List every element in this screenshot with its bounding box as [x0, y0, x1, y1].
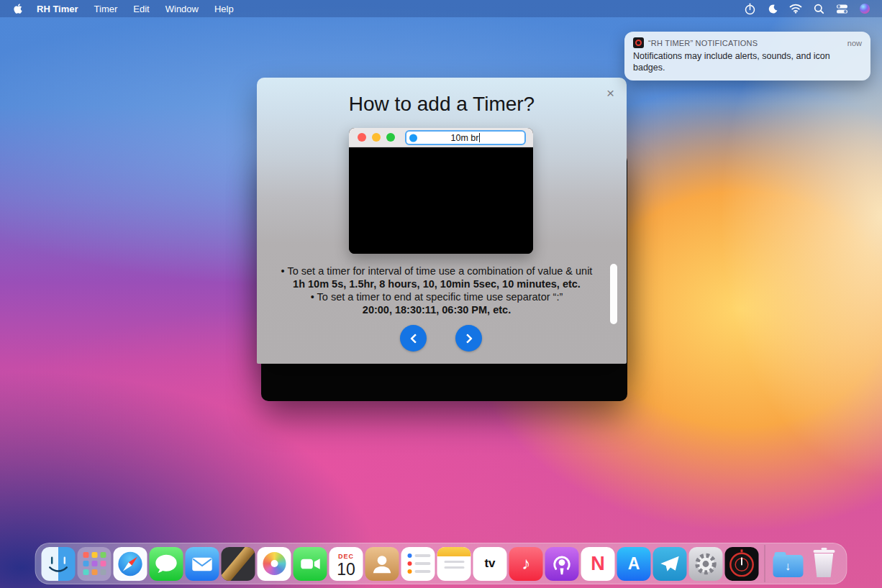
dialog-title: How to add a Timer? — [257, 93, 627, 116]
rh-timer-app-icon — [633, 37, 644, 48]
paper-plane-icon — [653, 547, 687, 581]
chevron-left-icon — [409, 333, 419, 343]
dock-item-launchpad[interactable] — [78, 547, 112, 581]
notes-line-icon — [444, 561, 464, 563]
notification-header: “RH TIMER” NOTIFICATIONS now — [633, 37, 862, 48]
dock-separator — [765, 545, 765, 582]
dock-item-garageband[interactable] — [222, 547, 255, 581]
photos-pinwheel-icon — [263, 552, 286, 575]
previous-page-button[interactable] — [400, 325, 427, 352]
timer-dot-icon — [409, 134, 417, 142]
mock-zoom-traffic-light — [386, 133, 395, 142]
menu-app-name[interactable]: RH Timer — [29, 0, 86, 17]
menu-bar-status-area — [740, 0, 875, 17]
dock-item-messages[interactable] — [150, 547, 183, 581]
wifi-icon[interactable] — [786, 0, 806, 17]
messages-bubble-icon — [150, 547, 183, 581]
instructions-block: • To set a timer for interval of time us… — [264, 265, 609, 316]
reminders-row-icon — [408, 561, 431, 566]
calendar-day: 10 — [337, 561, 355, 578]
do-not-disturb-moon-icon[interactable] — [763, 0, 783, 17]
menu-window[interactable]: Window — [158, 0, 206, 17]
reminders-row-icon — [408, 553, 431, 558]
dock-item-photos[interactable] — [258, 547, 291, 581]
dock: DEC 10 tv ♪ N A ↓ — [35, 543, 847, 584]
instruction-line-4: 20:00, 18:30:11, 06:30 PM, etc. — [264, 303, 609, 316]
app-store-a-icon: A — [628, 554, 640, 574]
music-note-icon: ♪ — [522, 553, 530, 574]
dock-item-music[interactable]: ♪ — [509, 547, 543, 581]
notification-card[interactable]: “RH TIMER” NOTIFICATIONS now Notificatio… — [624, 32, 870, 81]
notification-time: now — [847, 39, 862, 47]
dock-item-telegram[interactable] — [653, 547, 687, 581]
mail-envelope-icon — [186, 547, 219, 581]
dock-item-finder[interactable] — [42, 547, 76, 581]
menu-bar-left: RH Timer Timer Edit Window Help — [7, 0, 242, 17]
menu-edit[interactable]: Edit — [125, 0, 157, 17]
text-cursor — [479, 133, 480, 142]
launchpad-grid-icon — [83, 552, 106, 575]
podcasts-broadcast-icon — [545, 547, 579, 581]
mock-close-traffic-light — [358, 133, 366, 142]
spotlight-search-icon[interactable] — [809, 0, 829, 17]
rh-timer-menubar-icon[interactable] — [740, 0, 760, 17]
notes-line-icon — [444, 566, 464, 569]
dock-item-rh-timer[interactable] — [725, 547, 759, 581]
mock-minimize-traffic-light — [372, 133, 381, 142]
how-to-add-timer-dialog: How to add a Timer? × 10m br • To set a … — [257, 78, 627, 364]
dock-item-podcasts[interactable] — [545, 547, 579, 581]
menu-bar: RH Timer Timer Edit Window Help — [0, 0, 882, 17]
mock-screen-area — [349, 147, 533, 254]
mock-input-value: 10m br — [451, 133, 479, 143]
dock-item-safari[interactable] — [114, 547, 147, 581]
down-arrow-icon: ↓ — [785, 561, 791, 572]
facetime-camera-icon — [294, 547, 327, 581]
menu-timer[interactable]: Timer — [86, 0, 126, 17]
siri-icon[interactable] — [855, 0, 875, 17]
instruction-line-2: 1h 10m 5s, 1.5hr, 8 hours, 10, 10min 5se… — [264, 277, 609, 290]
gear-icon — [689, 547, 723, 581]
instruction-line-3: • To set a timer to end at specific time… — [264, 290, 609, 303]
notification-title: “RH TIMER” NOTIFICATIONS — [648, 39, 843, 47]
reminders-row-icon — [408, 569, 431, 574]
next-page-button[interactable] — [455, 325, 482, 352]
trash-bin-icon — [813, 553, 835, 577]
dock-item-facetime[interactable] — [294, 547, 327, 581]
safari-compass-icon — [114, 547, 147, 581]
dock-item-news[interactable]: N — [581, 547, 615, 581]
dock-item-trash[interactable] — [807, 547, 841, 581]
notification-body: Notifications may include alerts, sounds… — [633, 50, 862, 73]
notes-header-icon — [437, 547, 471, 556]
apple-logo-icon — [13, 4, 23, 14]
mock-titlebar: 10m br — [349, 128, 533, 147]
dialog-scrollbar-thumb[interactable] — [610, 264, 617, 324]
apple-menu[interactable] — [7, 0, 29, 17]
menu-help[interactable]: Help — [206, 0, 242, 17]
dock-item-reminders[interactable] — [401, 547, 435, 581]
dock-item-notes[interactable] — [437, 547, 471, 581]
contacts-person-icon — [365, 547, 399, 581]
tutorial-mock-window: 10m br — [349, 128, 533, 254]
guitar-neck-icon — [222, 547, 255, 581]
control-center-icon[interactable] — [832, 0, 852, 17]
tv-glyph-icon: tv — [484, 556, 495, 571]
finder-icon — [42, 547, 76, 581]
chevron-right-icon — [462, 333, 472, 343]
dock-item-mail[interactable] — [186, 547, 219, 581]
instruction-line-1: • To set a timer for interval of time us… — [264, 265, 609, 277]
dock-item-calendar[interactable]: DEC 10 — [329, 547, 363, 581]
mock-timer-input: 10m br — [405, 130, 526, 145]
downloads-folder-icon: ↓ — [773, 555, 803, 577]
dock-item-contacts[interactable] — [365, 547, 399, 581]
dock-item-app-store[interactable]: A — [617, 547, 651, 581]
dock-item-downloads[interactable]: ↓ — [771, 547, 805, 581]
dock-item-system-preferences[interactable] — [689, 547, 723, 581]
trash-lid-icon — [813, 550, 835, 553]
dock-item-apple-tv[interactable]: tv — [473, 547, 507, 581]
close-icon[interactable]: × — [606, 86, 614, 100]
news-n-icon: N — [591, 553, 605, 575]
rh-timer-dial-icon — [725, 547, 759, 581]
